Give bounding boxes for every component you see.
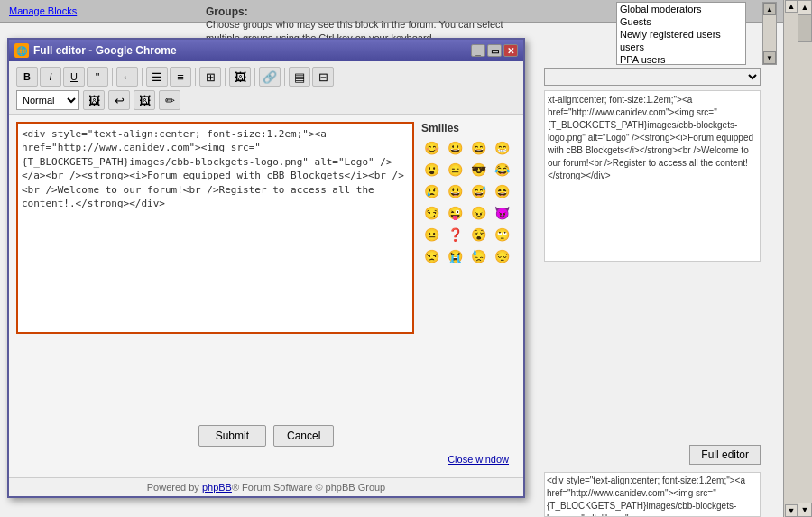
full-editor-btn-container: Full editor — [689, 445, 761, 465]
toolbar-sep-4 — [225, 68, 226, 86]
underline-button[interactable]: U — [63, 67, 85, 87]
smilies-grid: 😊 😀 😄 😁 😮 😑 😎 😂 😢 😃 😅 😆 😏 😜 😠 😈 😐 ❓ 😵 — [421, 138, 516, 266]
editor-bottom: Submit Cancel — [9, 418, 523, 454]
listbox-scrollbar[interactable]: ▲ ▼ — [762, 2, 777, 65]
toolbar-row-2: Normal Heading 1 Heading 2 Heading 3 🖼 ↩… — [16, 90, 516, 110]
bold-button[interactable]: B — [16, 67, 38, 87]
toolbar-row-1: B I U " ← ☰ ≡ ⊞ 🖼 🔗 ▤ ⊟ — [16, 67, 516, 87]
group-item-users[interactable]: users — [617, 41, 745, 53]
group-item-guests[interactable]: Guests — [617, 15, 745, 28]
manage-blocks-link[interactable]: Manage Blocks — [9, 5, 77, 16]
insert-image-button[interactable]: 🖼 — [83, 90, 105, 110]
toolbar-sep-1 — [112, 68, 113, 86]
scrollbar-down-btn[interactable]: ▼ — [763, 51, 776, 64]
list-ordered-button[interactable]: ≡ — [170, 67, 191, 87]
italic-button[interactable]: I — [40, 67, 61, 87]
group-item-new-users[interactable]: Newly registered users — [617, 28, 745, 41]
format-select[interactable]: Normal Heading 1 Heading 2 Heading 3 — [16, 90, 79, 110]
smiley-10[interactable]: 😃 — [445, 181, 465, 201]
smiley-12[interactable]: 😆 — [492, 181, 512, 201]
group-item-global-mods[interactable]: Global moderators — [617, 3, 745, 15]
smiley-9[interactable]: 😢 — [421, 181, 441, 201]
phpbb-link[interactable]: phpBB — [202, 482, 232, 493]
close-button[interactable]: ✕ — [503, 44, 518, 57]
smiley-5[interactable]: 😮 — [421, 160, 441, 180]
code-button[interactable]: ▤ — [289, 67, 310, 87]
code-editor-textarea[interactable] — [16, 122, 414, 334]
modal-footer: Powered by phpBB® Forum Software © phpBB… — [9, 477, 523, 496]
quote-button[interactable]: " — [87, 67, 108, 87]
toolbar-sep-2 — [142, 68, 143, 86]
scrollbar-up[interactable]: ▲ — [798, 0, 812, 14]
page-scrollbar[interactable]: ▲ ▼ — [798, 0, 812, 517]
edit-button[interactable]: ✏ — [159, 90, 180, 110]
close-window-link[interactable]: Close window — [9, 454, 523, 468]
toolbar-sep-3 — [195, 68, 196, 86]
smiley-14[interactable]: 😜 — [445, 203, 465, 223]
smiley-15[interactable]: 😠 — [468, 203, 488, 223]
footer-text: Powered by — [147, 482, 202, 493]
footer-suffix: ® Forum Software © phpBB Group — [232, 482, 385, 493]
smiley-6[interactable]: 😑 — [445, 160, 465, 180]
smilies-panel: Smilies 😊 😀 😄 😁 😮 😑 😎 😂 😢 😃 😅 😆 😏 😜 😠 😈 … — [421, 122, 516, 411]
scrollbar-thumb[interactable] — [798, 14, 812, 42]
right-content-box: xt-align:center; font-size:1.2em;"><a hr… — [544, 90, 761, 262]
more-button[interactable]: ⊟ — [312, 67, 334, 87]
full-editor-modal: 🌐 Full editor - Google Chrome _ ▭ ✕ B I … — [7, 38, 525, 498]
table-button[interactable]: ⊞ — [199, 67, 221, 87]
smiley-2[interactable]: 😀 — [445, 138, 465, 158]
group-item-ppa-users[interactable]: PPA users — [617, 53, 745, 65]
smiley-21[interactable]: 😒 — [421, 246, 441, 266]
undo-button[interactable]: ← — [116, 67, 138, 87]
groups-listbox-container: Global moderators Guests Newly registere… — [616, 2, 761, 65]
toolbar-area: B I U " ← ☰ ≡ ⊞ 🖼 🔗 ▤ ⊟ Normal Heading 1… — [9, 61, 523, 115]
right-side-dropdown-container — [544, 68, 761, 86]
right-panel-scrollbar[interactable]: ▲ ▼ — [783, 0, 798, 517]
smiley-3[interactable]: 😄 — [468, 138, 488, 158]
scrollbar-up-btn[interactable]: ▲ — [763, 3, 776, 15]
right-panel-scroll-up[interactable]: ▲ — [785, 0, 798, 13]
smiley-16[interactable]: 😈 — [492, 203, 512, 223]
toolbar-sep-5 — [254, 68, 255, 86]
right-panel-scroll-down[interactable]: ▼ — [785, 504, 798, 517]
smiley-24[interactable]: 😔 — [492, 246, 512, 266]
editor-main: Smilies 😊 😀 😄 😁 😮 😑 😎 😂 😢 😃 😅 😆 😏 😜 😠 😈 … — [9, 115, 523, 418]
smiley-20[interactable]: 🙄 — [492, 225, 512, 245]
smiley-1[interactable]: 😊 — [421, 138, 441, 158]
groups-label: Groups: — [206, 5, 507, 18]
smiley-19[interactable]: 😵 — [468, 225, 488, 245]
image-button[interactable]: 🖼 — [229, 67, 251, 87]
minimize-button[interactable]: _ — [471, 44, 485, 57]
restore-button[interactable]: ▭ — [487, 44, 502, 57]
smiley-13[interactable]: 😏 — [421, 203, 441, 223]
smiley-23[interactable]: 😓 — [468, 246, 488, 266]
smiley-8[interactable]: 😂 — [492, 160, 512, 180]
list-unordered-button[interactable]: ☰ — [146, 67, 168, 87]
members-content-box: <div style="text-align:center; font-size… — [544, 472, 761, 517]
submit-button[interactable]: Submit — [198, 425, 266, 447]
full-editor-button[interactable]: Full editor — [689, 445, 761, 465]
smilies-title: Smilies — [421, 122, 516, 134]
toolbar-sep-6 — [284, 68, 285, 86]
smiley-18[interactable]: ❓ — [445, 225, 465, 245]
smiley-7[interactable]: 😎 — [468, 160, 488, 180]
modal-title: Full editor - Google Chrome — [33, 44, 471, 57]
smiley-17[interactable]: 😐 — [421, 225, 441, 245]
right-side-dropdown[interactable] — [544, 68, 761, 86]
smiley-4[interactable]: 😁 — [492, 138, 512, 158]
smiley-11[interactable]: 😅 — [468, 181, 488, 201]
browser-icon: 🌐 — [14, 43, 29, 58]
smiley-22[interactable]: 😭 — [445, 246, 465, 266]
titlebar-buttons: _ ▭ ✕ — [471, 44, 518, 57]
link-button[interactable]: 🔗 — [259, 67, 281, 87]
cancel-button[interactable]: Cancel — [273, 425, 334, 447]
modal-titlebar[interactable]: 🌐 Full editor - Google Chrome _ ▭ ✕ — [9, 40, 523, 61]
back-button[interactable]: ↩ — [108, 90, 130, 110]
scrollbar-down[interactable]: ▼ — [798, 503, 812, 517]
groups-listbox[interactable]: Global moderators Guests Newly registere… — [616, 2, 746, 65]
insert-image2-button[interactable]: 🖼 — [134, 90, 155, 110]
